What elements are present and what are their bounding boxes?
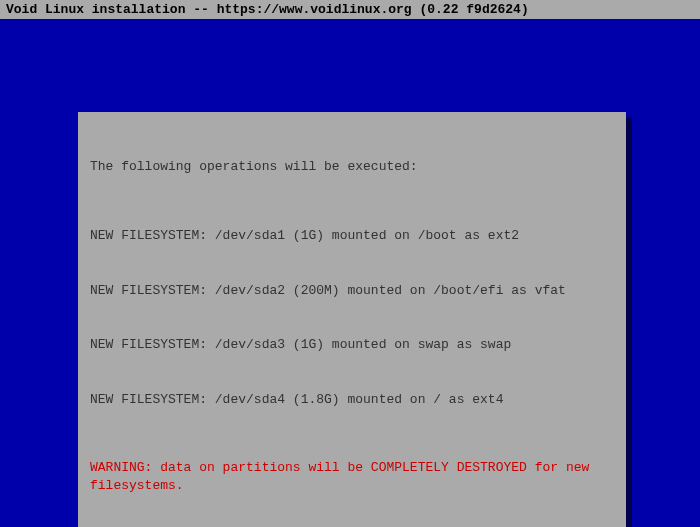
title-bar: Void Linux installation -- https://www.v… xyxy=(0,0,700,19)
warning-text: WARNING: data on partitions will be COMP… xyxy=(90,459,614,495)
filesystem-line: NEW FILESYSTEM: /dev/sda4 (1.8G) mounted… xyxy=(90,391,614,409)
confirm-dialog: The following operations will be execute… xyxy=(78,112,626,527)
dialog-intro: The following operations will be execute… xyxy=(90,158,614,176)
filesystem-line: NEW FILESYSTEM: /dev/sda2 (200M) mounted… xyxy=(90,282,614,300)
title-text: Void Linux installation -- https://www.v… xyxy=(6,2,529,17)
filesystem-line: NEW FILESYSTEM: /dev/sda3 (1G) mounted o… xyxy=(90,336,614,354)
filesystem-line: NEW FILESYSTEM: /dev/sda1 (1G) mounted o… xyxy=(90,227,614,245)
dialog-body: The following operations will be execute… xyxy=(78,112,626,527)
